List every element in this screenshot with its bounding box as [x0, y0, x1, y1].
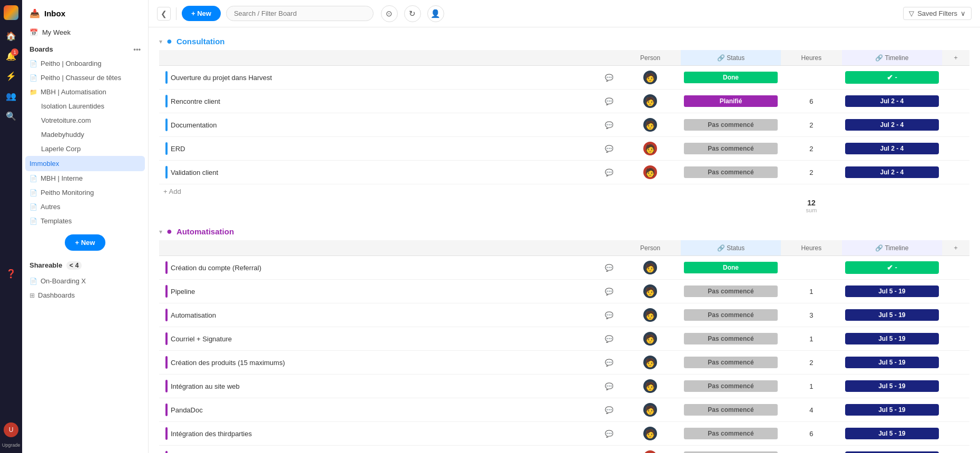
- status-cell: Done: [681, 66, 780, 90]
- sidebar-item-peitho-onboarding[interactable]: 📄 Peitho | Onboarding: [22, 56, 148, 71]
- status-badge[interactable]: Pas commencé: [684, 285, 777, 297]
- status-badge[interactable]: Pas commencé: [684, 357, 777, 368]
- comment-icon[interactable]: 💬: [605, 264, 613, 272]
- timeline-badge[interactable]: Jul 2 - 4: [845, 166, 938, 178]
- timeline-badge[interactable]: ✔ -: [845, 71, 938, 84]
- timeline-badge[interactable]: Jul 5 - 19: [845, 428, 938, 439]
- status-badge[interactable]: Done: [684, 72, 777, 83]
- sidebar-item-peitho-monitoring[interactable]: 📄 Peitho Monitoring: [22, 185, 148, 200]
- comment-icon[interactable]: 💬: [605, 97, 613, 105]
- sidebar-item-mbh-interne[interactable]: 📄 MBH | Interne: [22, 171, 148, 185]
- nav-home-icon[interactable]: 🏠: [3, 27, 19, 44]
- sidebar-sub-isolation[interactable]: Isolation Laurentides: [22, 99, 148, 113]
- timeline-badge[interactable]: Jul 2 - 4: [845, 95, 938, 107]
- avatar[interactable]: 🧑: [643, 284, 657, 298]
- notification-badge: 1: [11, 48, 18, 56]
- sidebar-sub-immoblex[interactable]: Immoblex: [25, 156, 145, 171]
- sidebar-item-peitho-chasseur[interactable]: 📄 Peitho | Chasseur de têtes: [22, 71, 148, 85]
- collapse-arrow-icon[interactable]: ▾: [159, 228, 162, 235]
- avatar[interactable]: 🧑: [643, 71, 657, 84]
- filter-icon[interactable]: ⊙: [381, 5, 398, 22]
- sidebar-item-mbh-automatisation[interactable]: 📁 MBH | Automatisation: [22, 85, 148, 99]
- sidebar-sub-votretoiture[interactable]: Votretoiture.com: [22, 113, 148, 127]
- timeline-badge[interactable]: Jul 5 - 19: [845, 309, 938, 321]
- status-badge[interactable]: Pas commencé: [684, 119, 777, 131]
- timeline-badge[interactable]: Jul 2 - 4: [845, 143, 938, 154]
- new-button[interactable]: + New: [182, 6, 221, 21]
- timeline-badge[interactable]: Jul 5 - 19: [845, 333, 938, 344]
- comment-icon[interactable]: 💬: [605, 382, 613, 390]
- status-badge[interactable]: Pas commencé: [684, 143, 777, 154]
- avatar[interactable]: 🧑: [643, 165, 657, 179]
- search-input[interactable]: [226, 6, 374, 21]
- status-badge[interactable]: Pas commencé: [684, 166, 777, 178]
- avatar[interactable]: 🧑: [643, 450, 657, 453]
- comment-icon[interactable]: 💬: [605, 430, 613, 438]
- status-badge[interactable]: Pas commencé: [684, 428, 777, 439]
- boards-more-icon[interactable]: •••: [133, 45, 141, 53]
- person-filter-icon[interactable]: 👤: [427, 5, 444, 22]
- timeline-badge[interactable]: Jul 5 - 19: [845, 380, 938, 392]
- comment-icon[interactable]: 💬: [605, 359, 613, 367]
- sidebar-sub-laperle[interactable]: Laperle Corp: [22, 142, 148, 156]
- comment-icon[interactable]: 💬: [605, 406, 613, 414]
- avatar[interactable]: 🧑: [643, 332, 657, 346]
- comment-icon[interactable]: 💬: [605, 335, 613, 343]
- avatar[interactable]: 🧑: [643, 308, 657, 322]
- sidebar-item-my-week[interactable]: 📅 My Week: [22, 25, 148, 40]
- status-badge[interactable]: Pas commencé: [684, 380, 777, 392]
- nav-lightning-icon[interactable]: ⚡: [3, 67, 19, 84]
- automatisation-title[interactable]: Automatisation: [177, 227, 234, 236]
- task-name-cell: Intégration au site web 💬: [159, 375, 620, 398]
- sidebar-item-dashboards[interactable]: ⊞ Dashboards: [22, 288, 148, 302]
- timeline-cell: Jul 5 - 19: [842, 351, 942, 375]
- comment-icon[interactable]: 💬: [605, 74, 613, 82]
- timeline-badge[interactable]: Jul 5 - 19: [845, 404, 938, 416]
- avatar[interactable]: 🧑: [643, 379, 657, 393]
- task-name-cell: Création du compte (Referral) 💬: [159, 256, 620, 280]
- add-column-header[interactable]: ＋: [942, 240, 969, 256]
- nav-search-icon[interactable]: 🔍: [3, 107, 19, 124]
- nav-people-icon[interactable]: 👥: [3, 87, 19, 104]
- saved-filters-button[interactable]: ▽ Saved Filters ∨: [903, 7, 972, 20]
- timeline-badge[interactable]: ✔ -: [845, 261, 938, 274]
- sidebar-item-templates[interactable]: 📄 Templates: [22, 214, 148, 228]
- timeline-badge[interactable]: Jul 5 - 19: [845, 285, 938, 297]
- status-badge[interactable]: Pas commencé: [684, 309, 777, 321]
- status-badge[interactable]: Pas commencé: [684, 404, 777, 416]
- add-task-button[interactable]: + Add: [163, 188, 181, 195]
- comment-icon[interactable]: 💬: [605, 288, 613, 296]
- person-cell: 🧑: [620, 398, 681, 422]
- status-badge[interactable]: Pas commencé: [684, 333, 777, 344]
- comment-icon[interactable]: 💬: [605, 121, 613, 129]
- avatar[interactable]: 🧑: [643, 94, 657, 108]
- empty-cell: [942, 422, 969, 446]
- timeline-badge[interactable]: Jul 5 - 19: [845, 357, 938, 368]
- nav-help-icon[interactable]: ❓: [3, 265, 19, 282]
- sidebar-inbox[interactable]: 📥 Inbox: [22, 0, 148, 25]
- collapse-button[interactable]: ❮: [157, 7, 171, 21]
- sidebar-item-autres[interactable]: 📄 Autres: [22, 200, 148, 214]
- comment-icon[interactable]: 💬: [605, 169, 613, 176]
- sidebar-new-button[interactable]: + New: [65, 234, 106, 251]
- status-badge[interactable]: Planifié: [684, 95, 777, 107]
- consultation-title[interactable]: Consultation: [177, 37, 225, 46]
- comment-icon[interactable]: 💬: [605, 145, 613, 153]
- collapse-arrow-icon[interactable]: ▾: [159, 38, 162, 45]
- status-badge[interactable]: Done: [684, 262, 777, 273]
- add-column-header[interactable]: ＋: [942, 50, 969, 66]
- timeline-badge[interactable]: Jul 2 - 4: [845, 119, 938, 131]
- upgrade-label[interactable]: Upgrade: [2, 442, 21, 448]
- avatar[interactable]: 🧑: [643, 142, 657, 155]
- sidebar-item-onboarding-x[interactable]: 📄 On-Boarding X: [22, 274, 148, 288]
- avatar[interactable]: 🧑: [643, 356, 657, 369]
- avatar[interactable]: 🧑: [643, 427, 657, 440]
- user-avatar[interactable]: U: [4, 422, 18, 437]
- avatar[interactable]: 🧑: [643, 118, 657, 132]
- avatar[interactable]: 🧑: [643, 403, 657, 417]
- refresh-icon[interactable]: ↻: [404, 5, 421, 22]
- comment-icon[interactable]: 💬: [605, 311, 613, 319]
- nav-notifications-icon[interactable]: 🔔 1: [3, 47, 19, 64]
- sidebar-sub-madebyhuddy[interactable]: Madebyhuddy: [22, 127, 148, 142]
- avatar[interactable]: 🧑: [643, 261, 657, 274]
